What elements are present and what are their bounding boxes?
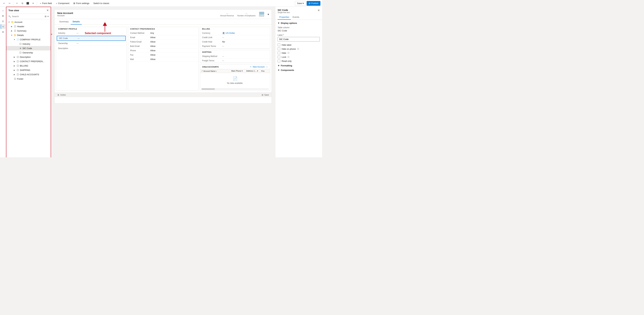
publish-button[interactable]: ⊞ Publish xyxy=(307,1,320,6)
table-column-value: SIC Code xyxy=(278,30,320,32)
tree-view-title: Tree view xyxy=(8,9,19,12)
tree-item-ownership[interactable]: ▶ ☐ Ownership xyxy=(6,50,51,55)
more-options-icon[interactable]: ⋮ xyxy=(266,66,268,68)
form-field-button[interactable]: + Form field xyxy=(38,1,54,6)
phone-row: Phone Allow xyxy=(128,48,198,53)
save-chevron-icon: ▾ xyxy=(302,2,304,5)
components-chevron: ▼ xyxy=(278,69,280,71)
hide-checkbox[interactable] xyxy=(278,52,280,54)
freight-terms-value: ··· xyxy=(222,59,268,62)
form-editor-area: New Account Account ··· Annual Revenue ·… xyxy=(51,7,275,157)
tree-chevron-icon[interactable]: ▾ xyxy=(48,15,49,18)
tree-item-billing[interactable]: ▶ ☐ BILLING xyxy=(6,64,51,68)
tree-item-child-accounts[interactable]: ▶ ☐ CHILD ACCOUNTS xyxy=(6,72,51,77)
billing-expander: ▶ xyxy=(13,64,16,67)
sidebar-apps-icon[interactable]: ⊞ xyxy=(1,14,5,18)
form-field-label: Form field xyxy=(42,2,52,5)
tree-item-shipping[interactable]: ▶ ☐ SHIPPING xyxy=(6,68,51,72)
lock-text: Lock xyxy=(282,56,286,58)
form-header-dropdown[interactable]: ▾ xyxy=(268,13,269,16)
hide-label-text: Hide label xyxy=(282,44,291,46)
mail-label: Mail xyxy=(130,58,150,61)
prop-tab-properties[interactable]: Properties xyxy=(278,15,291,20)
tree-search-input[interactable] xyxy=(12,15,44,18)
tree-item-summary[interactable]: ▶ ☐ Summary xyxy=(6,29,51,33)
sidebar-settings-icon[interactable]: ⚙ xyxy=(1,30,5,34)
canvas-save-right: ⊞ Save xyxy=(262,94,269,96)
no-data-text: No data available. xyxy=(227,82,243,84)
cut-button[interactable]: ✂ xyxy=(14,1,19,6)
component-button[interactable]: + Component xyxy=(54,1,71,6)
copy-button[interactable]: ⧉ xyxy=(20,1,25,6)
bulk-email-value: Allow xyxy=(150,45,196,47)
tree-item-footer[interactable]: ▶ ☐ Footer xyxy=(6,77,51,81)
lock-checkbox[interactable] xyxy=(278,56,280,58)
company-profile-label: COMPANY PROFILE xyxy=(20,38,40,41)
form-canvas: New Account Account ··· Annual Revenue ·… xyxy=(51,7,275,157)
tree-arrow-left xyxy=(51,32,53,37)
tree-view-header: Tree view ✕ xyxy=(6,7,51,14)
read-only-checkbox[interactable] xyxy=(278,60,280,62)
shipping-icon: ☐ xyxy=(16,69,19,71)
formatting-chevron: ▼ xyxy=(278,64,280,67)
hide-label-checkbox[interactable] xyxy=(278,44,280,46)
tree-view-panel: Tree view ✕ 🔍 ⊞ ▾ ▼ 📁 Account ▶ ☐ Header xyxy=(6,7,51,157)
credit-hold-value: No xyxy=(222,41,268,43)
form-settings-button[interactable]: ⊞ Form settings xyxy=(72,1,91,6)
main-toolbar: ↩ ↪ ✂ ⧉ ⬛ ▾ + Form field + Component ⊞ F… xyxy=(0,0,322,7)
account-folder-icon: 📁 xyxy=(11,21,14,23)
billing-icon: ☐ xyxy=(16,64,19,67)
tab-summary[interactable]: Summary xyxy=(57,19,71,25)
hide-on-phone-checkbox[interactable] xyxy=(278,48,280,50)
tree-item-company-profile[interactable]: ▼ 📄 COMPANY PROFILE xyxy=(6,37,51,42)
tree-item-description[interactable]: ▶ ☐ Description xyxy=(6,55,51,59)
tree-item-account[interactable]: ▼ 📁 Account xyxy=(6,20,51,24)
child-accounts-label: CHILD ACCOUNTS xyxy=(20,73,39,76)
details-expander: ▼ xyxy=(10,34,13,37)
components-section-header[interactable]: ▼ Components xyxy=(278,69,320,71)
sic-code-row[interactable]: SIC Code ··· xyxy=(57,36,126,41)
tree-close-button[interactable]: ✕ xyxy=(46,9,49,12)
prop-close-button[interactable]: ✕ xyxy=(318,9,320,12)
sidebar-search-icon[interactable]: ⊡ xyxy=(1,19,5,24)
industry-field-icon: ☐ xyxy=(19,43,22,45)
contact-preferences-section: CONTACT PREFERENCES Contact Method Any E… xyxy=(128,27,198,91)
tree-item-industry[interactable]: ▶ ☐ Industry xyxy=(6,42,51,46)
currency-row: Currency 🏦 US Dollar xyxy=(200,31,270,35)
save-split-button[interactable]: Save ▾ xyxy=(295,1,306,6)
redo-button[interactable]: ↪ xyxy=(7,1,12,6)
details-page-icon: 📁 xyxy=(14,34,16,37)
description-expander: ▶ xyxy=(13,56,16,58)
switch-classic-button[interactable]: Switch to classic xyxy=(92,1,111,6)
tree-item-contact-preferences[interactable]: ▶ ☐ CONTACT PREFEREN... xyxy=(6,59,51,64)
tree-content: ▼ 📁 Account ▶ ☐ Header ▶ ☐ Summary ▼ 📁 D… xyxy=(6,19,51,157)
prop-tab-events[interactable]: Events xyxy=(291,15,301,20)
canvas-bottom-bar: 🖥 Active ⊞ Save xyxy=(54,93,272,97)
tree-filter-icon[interactable]: ⊞ xyxy=(45,15,46,18)
more-button[interactable]: ▾ xyxy=(31,1,36,6)
no-data-icon: 📄 xyxy=(233,76,238,81)
child-accounts-scrollbar[interactable] xyxy=(202,88,269,90)
tab-details[interactable]: Details xyxy=(71,19,82,25)
new-account-label[interactable]: New Account xyxy=(253,66,264,68)
shipping-label: SHIPPING xyxy=(20,69,30,71)
tree-item-header[interactable]: ▶ ☐ Header xyxy=(6,24,51,29)
tree-item-details[interactable]: ▼ 📁 Details xyxy=(6,33,51,37)
sidebar-home-icon[interactable]: ⌂ xyxy=(1,8,5,13)
credit-limit-value: ··· xyxy=(222,36,268,39)
formatting-section-header[interactable]: ▼ Formatting xyxy=(278,64,320,67)
display-options-section-header[interactable]: ▼ Display options xyxy=(278,22,320,24)
undo-button[interactable]: ↩ xyxy=(2,1,6,6)
sic-code-label: SIC Code xyxy=(22,47,32,50)
hide-info-icon: ⓘ xyxy=(288,52,289,54)
label-input[interactable] xyxy=(278,37,320,42)
contact-preferences-header: CONTACT PREFERENCES xyxy=(128,27,198,31)
fax-value: Allow xyxy=(150,54,196,56)
contact-method-label: Contact Method xyxy=(130,32,150,34)
paste-button[interactable]: ⬛ xyxy=(25,1,30,6)
components-label: Components xyxy=(281,69,294,71)
freight-terms-row: Freight Terms ··· xyxy=(200,59,270,63)
sidebar-layers-icon[interactable]: ≡ xyxy=(1,24,5,29)
tree-item-sic-code[interactable]: ▶ ≡ SIC Code xyxy=(6,46,51,50)
currency-label: Currency xyxy=(202,32,222,34)
